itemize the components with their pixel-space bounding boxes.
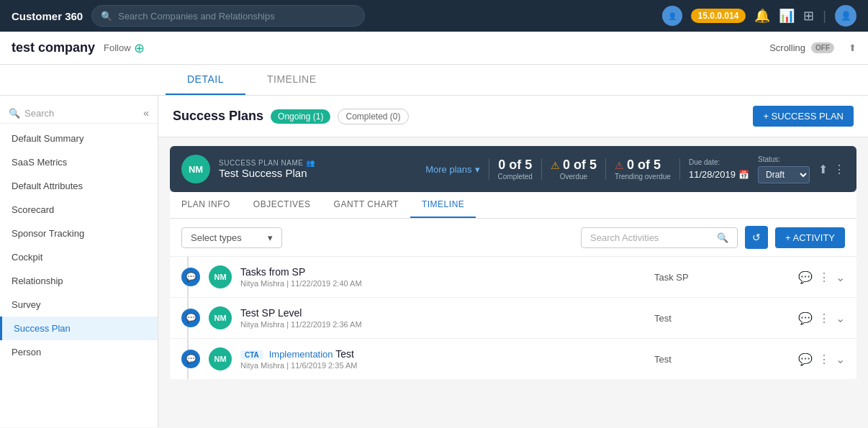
nav-divider: | — [823, 9, 826, 24]
calendar-icon[interactable]: 📅 — [738, 170, 749, 180]
completed-stat: 0 of 5 Completed — [498, 158, 533, 181]
sidebar-item-cockpit[interactable]: Cockpit — [0, 245, 158, 269]
trending-stat: ⚠ 0 of 5 Trending overdue — [615, 158, 671, 181]
search-activities-input[interactable] — [590, 232, 711, 243]
plan-tabs: PLAN INFO OBJECTIVES GANTT CHART TIMELIN… — [170, 192, 856, 219]
user-avatar[interactable]: 👤 — [835, 5, 856, 27]
expand-icon-2[interactable]: ⌄ — [836, 311, 845, 325]
tab-timeline[interactable]: TIMELINE — [410, 192, 476, 218]
type-select-dropdown[interactable]: Select types ▾ — [181, 227, 282, 248]
sidebar-item-default-summary[interactable]: Default Summary — [0, 127, 158, 150]
comment-icon-1[interactable]: 💬 — [798, 270, 813, 284]
activity-actions-3: 💬 ⋮ ⌄ — [798, 352, 845, 366]
search-icon: 🔍 — [717, 232, 728, 243]
expand-icon-1[interactable]: ⌄ — [836, 270, 845, 284]
sidebar-collapse-icon[interactable]: « — [143, 107, 149, 119]
sidebar-item-saas-metrics[interactable]: SaaS Metrics — [0, 150, 158, 174]
tab-objectives[interactable]: OBJECTIVES — [242, 192, 322, 218]
scrolling-label: Scrolling — [769, 42, 805, 53]
activity-item-3: 💬 NM CTA Implementation Test Nitya Mishr… — [170, 339, 856, 379]
global-search-bar[interactable]: 🔍 — [91, 5, 365, 27]
share-icon[interactable]: ⬆ — [849, 42, 856, 53]
status-meta: Status: Draft Active Closed — [758, 155, 810, 183]
add-activity-button[interactable]: + ACTIVITY — [775, 227, 845, 248]
completed-badge[interactable]: Completed (0) — [338, 109, 408, 124]
sidebar-item-default-attributes[interactable]: Default Attributes — [0, 174, 158, 198]
comment-icon-3[interactable]: 💬 — [798, 352, 813, 366]
activity-content-1: Tasks from SP Nitya Mishra | 11/22/2019 … — [240, 266, 654, 288]
activity-item: 💬 NM Tasks from SP Nitya Mishra | 11/22/… — [170, 257, 856, 298]
timeline-dot-1: 💬 — [181, 268, 200, 286]
grid-icon[interactable]: ⊞ — [803, 8, 814, 24]
search-icon: 🔍 — [101, 11, 112, 22]
expand-icon-3[interactable]: ⌄ — [836, 352, 845, 366]
main-tabs: DETAIL TIMELINE — [0, 65, 868, 96]
tab-gantt-chart[interactable]: GANTT CHART — [322, 192, 410, 218]
user-avatar-small: 👤 — [662, 6, 682, 26]
tab-detail[interactable]: DETAIL — [166, 65, 245, 95]
share-plan-icon[interactable]: ⬆ — [818, 163, 828, 176]
plan-name-label: SUCCESS PLAN NAME 👥 — [219, 159, 417, 167]
app-title: Customer 360 — [12, 10, 83, 22]
activity-type-2: Test — [654, 313, 798, 324]
sidebar-search-input[interactable] — [24, 108, 139, 119]
sidebar-item-survey[interactable]: Survey — [0, 293, 158, 317]
search-activities-container[interactable]: 🔍 — [581, 227, 738, 248]
stat-divider-3 — [605, 158, 606, 180]
main-layout: 🔍 « Default Summary SaaS Metrics Default… — [0, 96, 868, 427]
comment-icon-2[interactable]: 💬 — [798, 311, 813, 325]
trending-icon: ⚠ — [615, 160, 624, 171]
scrolling-toggle[interactable]: OFF — [811, 42, 834, 53]
more-plans-button[interactable]: More plans ▾ — [425, 164, 479, 175]
plan-avatar: NM — [181, 155, 210, 183]
follow-plus-icon: ⊕ — [134, 40, 145, 56]
activity-title-2: Test SP Level — [240, 307, 654, 319]
plan-card: NM SUCCESS PLAN NAME 👥 Test Success Plan… — [170, 146, 856, 192]
tab-plan-info[interactable]: PLAN INFO — [170, 192, 242, 218]
sidebar-item-person[interactable]: Person — [0, 340, 158, 364]
stat-divider-1 — [489, 158, 489, 180]
content-area: Success Plans Ongoing (1) Completed (0) … — [158, 96, 868, 427]
add-success-plan-button[interactable]: + SUCCESS PLAN — [753, 106, 854, 127]
activity-title-3: CTA Implementation Test — [240, 348, 654, 360]
activity-content-2: Test SP Level Nitya Mishra | 11/22/2019 … — [240, 307, 654, 329]
overdue-stat: ⚠ 0 of 5 Overdue — [551, 158, 597, 181]
users-icon: 👥 — [306, 159, 315, 167]
activity-avatar-3: NM — [209, 347, 232, 370]
more-options-icon[interactable]: ⋮ — [833, 163, 845, 176]
chart-icon[interactable]: 📊 — [779, 8, 795, 24]
version-badge: 15.0.0.014 — [691, 9, 746, 23]
plan-actions: ⬆ ⋮ — [818, 163, 845, 176]
sidebar-item-scorecard[interactable]: Scorecard — [0, 198, 158, 222]
activity-type-1: Task SP — [654, 272, 798, 283]
sidebar-item-sponsor-tracking[interactable]: Sponsor Tracking — [0, 222, 158, 245]
due-date: 11/28/2019 📅 — [689, 169, 749, 180]
more-icon-2[interactable]: ⋮ — [818, 311, 830, 325]
activity-actions-2: 💬 ⋮ ⌄ — [798, 311, 845, 325]
sidebar-search-icon: 🔍 — [9, 108, 20, 119]
select-types-label: Select types — [191, 232, 242, 243]
activity-meta-1: Nitya Mishra | 11/22/2019 2:40 AM — [240, 279, 654, 288]
activity-meta-2: Nitya Mishra | 11/22/2019 2:36 AM — [240, 320, 654, 329]
activity-meta-3: Nitya Mishra | 11/6/2019 2:35 AM — [240, 361, 654, 370]
warning-icon: ⚠ — [551, 160, 560, 171]
ongoing-badge[interactable]: Ongoing (1) — [271, 109, 330, 124]
sidebar: 🔍 « Default Summary SaaS Metrics Default… — [0, 96, 158, 427]
more-icon-1[interactable]: ⋮ — [818, 270, 830, 284]
tab-timeline[interactable]: TIMELINE — [245, 65, 338, 95]
nav-right: 👤 15.0.0.014 🔔 📊 ⊞ | 👤 — [662, 5, 856, 27]
plan-meta: Due date: 11/28/2019 📅 — [689, 158, 749, 180]
sidebar-search-container: 🔍 « — [0, 103, 158, 124]
global-search-input[interactable] — [118, 11, 356, 22]
status-select[interactable]: Draft Active Closed — [758, 166, 810, 183]
sidebar-item-relationship[interactable]: Relationship — [0, 269, 158, 293]
follow-button[interactable]: Follow ⊕ — [104, 40, 145, 56]
stat-divider-4 — [679, 158, 680, 180]
sidebar-item-success-plan[interactable]: Success Plan — [0, 317, 158, 340]
bell-icon[interactable]: 🔔 — [754, 8, 770, 24]
more-icon-3[interactable]: ⋮ — [818, 352, 830, 366]
success-plans-title: Success Plans — [173, 109, 263, 124]
refresh-button[interactable]: ↺ — [745, 226, 768, 249]
success-plans-header: Success Plans Ongoing (1) Completed (0) … — [158, 96, 868, 137]
top-nav: Customer 360 🔍 👤 15.0.0.014 🔔 📊 ⊞ | 👤 — [0, 0, 868, 32]
